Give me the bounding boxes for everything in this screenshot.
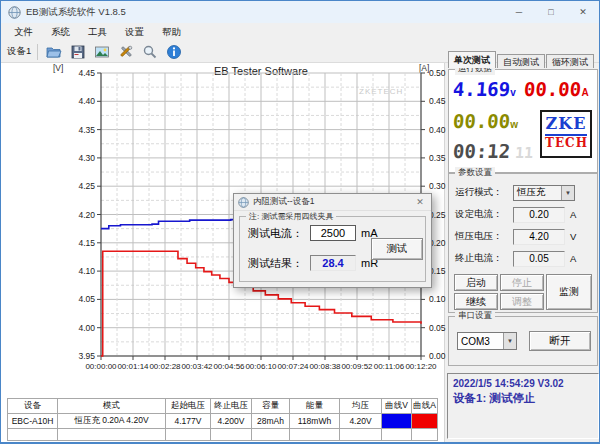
col-energy: 能量	[290, 399, 340, 414]
menu-file[interactable]: 文件	[5, 24, 42, 41]
serial-row: COM3 ▼ 断开	[457, 331, 591, 351]
adjust-button[interactable]: 调整	[500, 293, 544, 310]
dialog-title-bar[interactable]: 内阻测试--设备1 ✕	[234, 194, 431, 211]
tools-button[interactable]	[114, 42, 138, 62]
curve-a-color-cell[interactable]	[412, 414, 438, 429]
dialog-title: 内阻测试--设备1	[253, 196, 314, 208]
save-floppy-icon	[70, 44, 86, 60]
tab-single-test[interactable]: 单次测试	[448, 51, 496, 68]
menu-settings[interactable]: 设置	[116, 24, 153, 41]
dialog-globe-icon	[238, 197, 249, 208]
test-current-input[interactable]	[310, 225, 356, 241]
current-display: 00.00	[523, 78, 582, 100]
cv-voltage-field[interactable]: 4.20	[513, 229, 565, 245]
stop-button[interactable]: 停止	[500, 274, 544, 291]
menu-help[interactable]: 帮助	[153, 24, 190, 41]
col-avg-voltage: 均压	[340, 399, 382, 414]
power-row: 00.00w	[453, 110, 518, 132]
time-display-dim: 11	[514, 144, 533, 162]
zoom-button[interactable]	[138, 42, 162, 62]
current-unit: A	[581, 87, 588, 98]
table-header-row: 设备 模式 起始电压 终止电压 容量 能量 均压 曲线V 曲线A	[8, 399, 438, 414]
control-panel: 运行数据 4.169v 00.00A 00.00w 00:12 11 ZKE T…	[444, 63, 599, 442]
monitor-button[interactable]: 监测	[546, 274, 592, 310]
dialog-close-button[interactable]: ✕	[409, 194, 431, 210]
serial-group: 串口设置 COM3 ▼ 断开	[448, 316, 598, 366]
set-current-row: 设定电流： 0.20 A	[455, 206, 576, 223]
maximize-button[interactable]: □	[535, 1, 567, 23]
cell-end-voltage: 4.200V	[211, 414, 252, 429]
curve-v-color-cell[interactable]	[382, 414, 412, 429]
mode-combo[interactable]: 恒压充 ▼	[513, 185, 575, 201]
run-data-group: 运行数据 4.169v 00.00A 00.00w 00:12 11 ZKE T…	[448, 69, 598, 173]
voltage-current-row: 4.169v 00.00A	[453, 78, 589, 100]
disconnect-button[interactable]: 断开	[529, 331, 591, 351]
serial-group-label: 串口设置	[455, 310, 495, 322]
test-current-row: 测试电流： mA	[248, 225, 378, 241]
test-result-row: 测试结果： 28.4 mR	[248, 255, 378, 271]
mode-row: 运行模式： 恒压充 ▼	[455, 184, 575, 201]
save-button[interactable]	[66, 42, 90, 62]
cv-voltage-label: 恒压电压：	[455, 230, 513, 243]
test-button[interactable]: 测试	[371, 238, 423, 260]
open-folder-icon	[46, 44, 62, 60]
minimize-button[interactable]: ─	[503, 1, 535, 23]
dialog-note-label: 注: 测试需采用四线夹具	[246, 211, 336, 222]
time-row: 00:12 11	[453, 140, 533, 162]
voltage-display: 4.169	[452, 78, 511, 100]
power-display: 00.00	[452, 110, 511, 132]
test-mode-tabs: 单次测试 自动测试 循环测试	[448, 51, 595, 68]
app-window: EB测试系统软件 V1.8.5 ─ □ ✕ 文件 系统 工具 设置 帮助 设备1	[0, 0, 600, 444]
toolbar-separator	[37, 44, 38, 60]
col-curve-a: 曲线A	[412, 399, 438, 414]
start-button[interactable]: 启动	[454, 274, 498, 291]
zke-logo-top: ZKE	[542, 115, 590, 133]
chevron-down-icon[interactable]: ▼	[561, 186, 574, 200]
end-current-field[interactable]: 0.05	[513, 251, 565, 267]
window-title: EB测试系统软件 V1.8.5	[26, 6, 126, 19]
info-icon	[166, 44, 182, 60]
chevron-down-icon[interactable]: ▼	[503, 333, 516, 349]
cv-voltage-row: 恒压电压： 4.20 V	[455, 228, 576, 245]
tab-auto-test[interactable]: 自动测试	[497, 54, 545, 68]
device-tab-label[interactable]: 设备1	[1, 45, 37, 58]
zke-logo-bottom: TECH	[545, 134, 587, 150]
com-port-value: COM3	[458, 336, 503, 347]
param-group-label: 参数设置	[455, 167, 495, 179]
about-button[interactable]	[162, 42, 186, 62]
col-mode: 模式	[58, 399, 166, 414]
resume-button[interactable]: 继续	[454, 293, 498, 310]
end-current-unit: A	[570, 253, 576, 264]
end-current-label: 终止电流：	[455, 252, 513, 265]
magnifier-icon	[142, 44, 158, 60]
test-result-field: 28.4	[310, 255, 356, 271]
tab-cycle-test[interactable]: 循环测试	[546, 54, 594, 68]
col-start-voltage: 起始电压	[166, 399, 211, 414]
control-buttons: 启动 停止 监测 继续 调整	[454, 274, 592, 310]
status-datetime: 2022/1/5 14:54:29 V3.02	[453, 378, 593, 389]
open-file-button[interactable]	[42, 42, 66, 62]
mode-value: 恒压充	[514, 186, 561, 199]
set-current-label: 设定电流：	[455, 208, 513, 221]
test-current-label: 测试电流：	[248, 226, 310, 241]
set-current-field[interactable]: 0.20	[513, 207, 565, 223]
com-port-combo[interactable]: COM3 ▼	[457, 332, 517, 350]
zke-tech-logo: ZKE TECH	[540, 110, 592, 158]
test-result-label: 测试结果：	[248, 256, 310, 271]
col-device: 设备	[8, 399, 58, 414]
menu-system[interactable]: 系统	[42, 24, 79, 41]
set-current-unit: A	[570, 209, 576, 220]
snapshot-button[interactable]	[90, 42, 114, 62]
param-group: 参数设置 运行模式： 恒压充 ▼ 设定电流： 0.20 A 恒压电压： 4.20…	[448, 173, 598, 313]
cell-energy: 118mWh	[290, 414, 340, 429]
menu-bar: 文件 系统 工具 设置 帮助	[1, 23, 599, 41]
cv-voltage-unit: V	[570, 231, 576, 242]
menu-tools[interactable]: 工具	[79, 24, 116, 41]
title-bar[interactable]: EB测试系统软件 V1.8.5 ─ □ ✕	[1, 1, 599, 23]
voltage-unit: v	[510, 87, 516, 98]
end-current-row: 终止电流： 0.05 A	[455, 250, 576, 267]
mode-label: 运行模式：	[455, 186, 513, 199]
close-button[interactable]: ✕	[567, 1, 599, 23]
power-unit: w	[510, 119, 518, 130]
col-curve-v: 曲线V	[382, 399, 412, 414]
